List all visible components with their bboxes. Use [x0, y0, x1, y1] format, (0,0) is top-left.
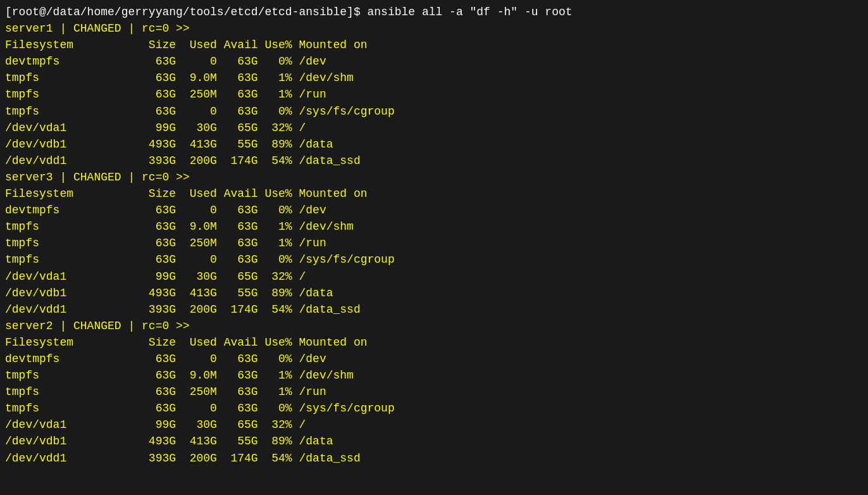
- block-0-row-1: devtmpfs 63G 0 63G 0% /dev: [5, 53, 863, 70]
- block-header-0: server1 | CHANGED | rc=0 >>: [5, 20, 863, 37]
- block-header-1: server3 | CHANGED | rc=0 >>: [5, 169, 863, 185]
- block-0-row-6: /dev/vdb1 493G 413G 55G 89% /data: [5, 136, 863, 153]
- block-2-row-4: tmpfs 63G 0 63G 0% /sys/fs/cgroup: [5, 400, 863, 417]
- block-header-2: server2 | CHANGED | rc=0 >>: [5, 318, 863, 334]
- block-2-row-3: tmpfs 63G 250M 63G 1% /run: [5, 384, 863, 400]
- block-1-row-0: Filesystem Size Used Avail Use% Mounted …: [5, 185, 863, 202]
- block-2-row-0: Filesystem Size Used Avail Use% Mounted …: [5, 334, 863, 351]
- block-0-row-4: tmpfs 63G 0 63G 0% /sys/fs/cgroup: [5, 103, 863, 120]
- block-1-row-3: tmpfs 63G 250M 63G 1% /run: [5, 235, 863, 251]
- block-2-row-6: /dev/vdb1 493G 413G 55G 89% /data: [5, 433, 863, 449]
- block-0-row-2: tmpfs 63G 9.0M 63G 1% /dev/shm: [5, 70, 863, 86]
- block-2-row-2: tmpfs 63G 9.0M 63G 1% /dev/shm: [5, 367, 863, 384]
- block-1-row-2: tmpfs 63G 9.0M 63G 1% /dev/shm: [5, 218, 863, 235]
- block-0-row-3: tmpfs 63G 250M 63G 1% /run: [5, 86, 863, 103]
- block-2-row-5: /dev/vda1 99G 30G 65G 32% /: [5, 417, 863, 433]
- block-2-row-1: devtmpfs 63G 0 63G 0% /dev: [5, 351, 863, 367]
- block-2-row-7: /dev/vdd1 393G 200G 174G 54% /data_ssd: [5, 450, 863, 467]
- block-1-row-6: /dev/vdb1 493G 413G 55G 89% /data: [5, 285, 863, 301]
- prompt-line: [root@/data/home/gerryyang/tools/etcd/et…: [5, 4, 863, 20]
- block-1-row-1: devtmpfs 63G 0 63G 0% /dev: [5, 202, 863, 218]
- block-0-row-5: /dev/vda1 99G 30G 65G 32% /: [5, 120, 863, 136]
- block-0-row-7: /dev/vdd1 393G 200G 174G 54% /data_ssd: [5, 153, 863, 169]
- block-1-row-7: /dev/vdd1 393G 200G 174G 54% /data_ssd: [5, 301, 863, 318]
- terminal: [root@/data/home/gerryyang/tools/etcd/et…: [0, 0, 868, 495]
- block-1-row-5: /dev/vda1 99G 30G 65G 32% /: [5, 268, 863, 285]
- block-0-row-0: Filesystem Size Used Avail Use% Mounted …: [5, 37, 863, 53]
- block-1-row-4: tmpfs 63G 0 63G 0% /sys/fs/cgroup: [5, 251, 863, 268]
